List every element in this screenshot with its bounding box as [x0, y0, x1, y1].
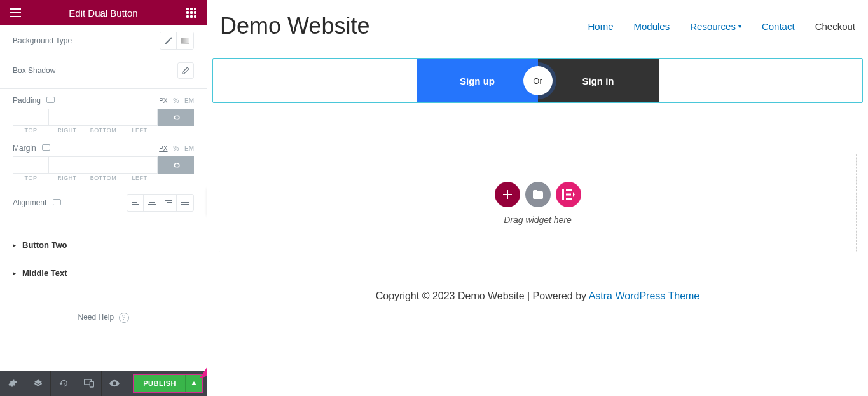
nav-modules[interactable]: Modules: [634, 21, 670, 32]
preview-area: Demo Website Home Modules Resources▾ Con…: [207, 0, 868, 396]
brush-icon: [165, 37, 172, 44]
padding-top-input[interactable]: [13, 109, 49, 126]
nav-checkout[interactable]: Checkout: [815, 21, 855, 32]
padding-bottom-input[interactable]: [85, 109, 121, 126]
nav-resources-label: Resources: [690, 21, 736, 32]
panel-title: Edit Dual Button: [31, 8, 176, 18]
add-section-button[interactable]: [495, 182, 520, 207]
svg-marker-12: [573, 192, 575, 197]
publish-more-button[interactable]: [185, 375, 202, 392]
align-left-button[interactable]: [127, 195, 144, 211]
alignment-buttons: [127, 194, 194, 212]
navigator-button[interactable]: [25, 371, 51, 396]
settings-button[interactable]: [0, 371, 25, 396]
template-library-button[interactable]: [525, 182, 551, 207]
publish-button[interactable]: PUBLISH: [134, 375, 185, 392]
unit-px[interactable]: PX: [159, 145, 167, 152]
dim-top-label: TOP: [13, 175, 49, 181]
ek-icon: [562, 189, 575, 200]
dual-button-two[interactable]: Sign in: [538, 59, 659, 102]
margin-link-button[interactable]: [158, 156, 194, 174]
accordion-middle-text[interactable]: ▸ Middle Text: [0, 259, 207, 287]
align-right-icon: [165, 200, 172, 207]
align-justify-button[interactable]: [177, 195, 193, 211]
dual-button-separator: Or: [523, 66, 553, 95]
eye-icon: [109, 379, 120, 387]
padding-left-input[interactable]: [121, 109, 158, 126]
link-icon: [172, 161, 181, 170]
dual-button-one[interactable]: Sign up: [417, 59, 538, 102]
history-button[interactable]: [51, 371, 76, 396]
dual-button-widget[interactable]: Sign up Or Sign in: [212, 58, 863, 103]
padding-label: Padding: [13, 96, 41, 105]
accordion-label: Middle Text: [22, 268, 67, 278]
margin-top-input[interactable]: [13, 156, 49, 174]
menu-icon: [10, 8, 21, 17]
dim-bottom-label: BOTTOM: [85, 175, 121, 181]
nav-home[interactable]: Home: [588, 21, 614, 32]
svg-rect-1: [10, 12, 21, 13]
nav-resources[interactable]: Resources▾: [690, 21, 741, 32]
responsive-icon[interactable]: [42, 144, 50, 151]
editor-sidebar: Edit Dual Button Background Type Box Sha…: [0, 0, 207, 396]
align-right-button[interactable]: [160, 195, 177, 211]
box-shadow-label: Box Shadow: [13, 66, 55, 75]
site-footer: Copyright © 2023 Demo Website | Powered …: [207, 252, 868, 302]
hamburger-menu-button[interactable]: [0, 0, 31, 25]
caret-right-icon: ▸: [13, 242, 16, 249]
align-center-icon: [148, 200, 156, 206]
widget-dropzone[interactable]: Drag widget here: [219, 154, 857, 252]
padding-units: PX % EM: [155, 97, 194, 104]
background-gradient-option[interactable]: [177, 32, 193, 49]
responsive-icon[interactable]: [46, 97, 55, 103]
dim-left-label: LEFT: [121, 127, 158, 133]
dim-left-label: LEFT: [121, 175, 158, 181]
elements-grid-button[interactable]: [176, 0, 207, 25]
grid-icon: [186, 8, 196, 18]
folder-icon: [533, 190, 543, 199]
pencil-icon: [182, 67, 189, 74]
align-center-button[interactable]: [144, 195, 160, 211]
box-shadow-edit-button[interactable]: [177, 62, 194, 79]
margin-right-input[interactable]: [49, 156, 85, 174]
history-icon: [59, 379, 68, 388]
gradient-icon: [181, 38, 189, 44]
publish-group: PUBLISH: [133, 374, 203, 393]
align-justify-icon: [181, 200, 189, 206]
svg-rect-9: [566, 189, 572, 191]
background-type-label: Background Type: [13, 36, 72, 45]
responsive-icon[interactable]: [53, 199, 61, 205]
background-classic-option[interactable]: [160, 32, 177, 49]
svg-rect-8: [562, 189, 564, 200]
unit-em[interactable]: EM: [184, 145, 194, 152]
svg-rect-4: [90, 381, 93, 387]
margin-units: PX % EM: [155, 145, 194, 152]
preview-button[interactable]: [102, 371, 127, 396]
divider: [0, 88, 207, 89]
nav-contact[interactable]: Contact: [762, 21, 795, 32]
svg-rect-10: [566, 193, 571, 195]
layers-icon: [34, 379, 43, 388]
link-icon: [172, 113, 181, 122]
margin-bottom-input[interactable]: [85, 156, 121, 174]
svg-rect-7: [503, 194, 512, 195]
footer-theme-link[interactable]: Astra WordPress Theme: [589, 290, 700, 301]
site-nav: Home Modules Resources▾ Contact Checkout: [588, 21, 856, 32]
elementskit-button[interactable]: [556, 182, 581, 207]
padding-link-button[interactable]: [158, 109, 194, 126]
unit-percent[interactable]: %: [173, 145, 179, 152]
dropzone-text: Drag widget here: [504, 215, 572, 225]
unit-px[interactable]: PX: [159, 97, 167, 104]
caret-up-icon: [191, 381, 196, 385]
sidebar-footer: PUBLISH: [0, 371, 207, 396]
unit-percent[interactable]: %: [173, 97, 179, 104]
responsive-button[interactable]: [76, 371, 102, 396]
padding-right-input[interactable]: [49, 109, 85, 126]
site-title: Demo Website: [220, 13, 369, 39]
unit-em[interactable]: EM: [184, 97, 194, 104]
site-header: Demo Website Home Modules Resources▾ Con…: [207, 0, 868, 58]
help-icon[interactable]: ?: [119, 313, 129, 323]
dim-right-label: RIGHT: [49, 175, 85, 181]
margin-left-input[interactable]: [121, 156, 158, 174]
accordion-button-two[interactable]: ▸ Button Two: [0, 231, 207, 259]
